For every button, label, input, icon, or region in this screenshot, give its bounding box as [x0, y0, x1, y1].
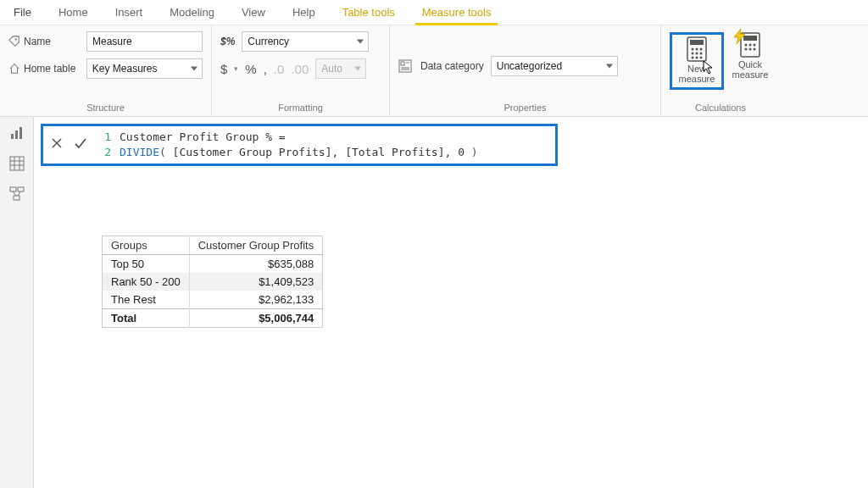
svg-rect-28: [10, 157, 24, 170]
data-category-label: Data category: [420, 60, 484, 72]
formula-line-1: Customer Profit Group % =: [120, 130, 286, 145]
view-switcher: [0, 117, 34, 488]
menu-measure-tools[interactable]: Measure tools: [409, 0, 505, 25]
home-table-combo[interactable]: Key Measures: [86, 58, 203, 79]
tag-icon: [8, 36, 20, 47]
ribbon-group-properties: Data category Uncategorized Properties: [390, 25, 661, 116]
group-label-formatting: Formatting: [220, 101, 381, 116]
decrease-decimal-button[interactable]: .0: [274, 62, 285, 76]
new-measure-button[interactable]: New measure: [674, 36, 720, 86]
home-table-label: Home table: [24, 63, 75, 75]
model-view-icon[interactable]: [9, 186, 25, 202]
percent-button[interactable]: %: [245, 62, 256, 76]
decimals-combo[interactable]: Auto: [315, 58, 366, 79]
svg-rect-34: [18, 187, 24, 191]
svg-point-15: [696, 57, 698, 59]
category-icon: [398, 59, 412, 73]
content-area: 1Customer Profit Group % = 2DIVIDE( [Cus…: [0, 117, 868, 488]
svg-point-23: [749, 48, 752, 51]
data-view-icon[interactable]: [9, 156, 25, 171]
svg-line-37: [18, 191, 20, 196]
quick-measure-button[interactable]: Quick measure: [729, 32, 771, 80]
svg-rect-26: [15, 130, 18, 139]
menu-help[interactable]: Help: [279, 0, 329, 25]
formula-commit-button[interactable]: [70, 133, 91, 153]
group-label-calculations: Calculations: [670, 101, 771, 116]
name-input[interactable]: Measure: [86, 31, 203, 52]
svg-point-12: [696, 53, 698, 55]
svg-point-24: [754, 48, 756, 51]
svg-point-0: [15, 38, 17, 40]
svg-point-14: [692, 57, 694, 59]
menu-file[interactable]: File: [0, 0, 45, 25]
svg-point-9: [696, 48, 698, 51]
data-table-visual[interactable]: Groups Customer Group Profits Top 50 $63…: [102, 236, 323, 328]
column-header-groups[interactable]: Groups: [103, 236, 190, 255]
currency-dropdown[interactable]: $: [220, 62, 227, 76]
data-category-combo[interactable]: Uncategorized: [491, 56, 618, 76]
svg-point-20: [749, 44, 752, 47]
quick-measure-label: Quick measure: [729, 59, 771, 80]
svg-point-10: [700, 48, 703, 51]
svg-rect-25: [11, 134, 14, 139]
menu-bar: File Home Insert Modeling View Help Tabl…: [0, 0, 868, 25]
ribbon-group-structure: Name Measure Home table Key Measures Str…: [0, 25, 212, 116]
formula-editor[interactable]: 1Customer Profit Group % = 2DIVIDE( [Cus…: [96, 130, 552, 160]
table-row[interactable]: Top 50 $635,088: [103, 255, 323, 274]
menu-insert[interactable]: Insert: [102, 0, 157, 25]
svg-rect-27: [19, 127, 22, 139]
svg-rect-2: [401, 62, 404, 65]
table-row[interactable]: Rank 50 - 200 $1,409,523: [103, 273, 323, 291]
menu-modeling[interactable]: Modeling: [156, 0, 228, 25]
svg-point-11: [692, 53, 694, 55]
group-label-structure: Structure: [8, 101, 203, 116]
svg-point-16: [700, 57, 703, 59]
svg-line-36: [13, 191, 16, 196]
svg-point-21: [754, 44, 756, 47]
calculator-icon: [684, 36, 709, 62]
table-total-row[interactable]: Total $5,006,744: [103, 309, 323, 328]
report-canvas[interactable]: 1Customer Profit Group % = 2DIVIDE( [Cus…: [34, 117, 868, 488]
home-icon: [8, 63, 20, 75]
svg-point-22: [745, 48, 748, 51]
quick-calculator-icon: [737, 32, 763, 58]
new-measure-highlight: New measure: [670, 32, 724, 90]
format-combo[interactable]: Currency: [242, 31, 369, 52]
group-label-properties: Properties: [398, 101, 652, 116]
name-label: Name: [24, 36, 51, 47]
format-prefix-icon: $%: [220, 36, 235, 47]
ribbon-group-calculations: New measure Quick measure Calculations: [661, 25, 780, 116]
formula-cancel-button[interactable]: [47, 133, 67, 153]
menu-table-tools[interactable]: Table tools: [329, 0, 409, 25]
svg-rect-7: [690, 40, 704, 45]
svg-rect-33: [10, 187, 16, 191]
column-header-profits[interactable]: Customer Group Profits: [189, 236, 323, 255]
formula-bar: 1Customer Profit Group % = 2DIVIDE( [Cus…: [41, 124, 558, 166]
report-view-icon[interactable]: [9, 125, 25, 141]
ribbon: Name Measure Home table Key Measures Str…: [0, 25, 868, 117]
svg-rect-35: [14, 196, 19, 200]
svg-point-8: [692, 48, 694, 51]
thousands-button[interactable]: ,: [264, 62, 267, 76]
formula-line-2: DIVIDE( [Customer Group Profits], [Total…: [120, 145, 478, 160]
ribbon-group-formatting: $% Currency $ ▾ % , .0 .00 Auto Formatti…: [212, 25, 390, 116]
menu-view[interactable]: View: [228, 0, 279, 25]
svg-point-13: [700, 53, 703, 55]
menu-home[interactable]: Home: [45, 0, 102, 25]
increase-decimal-button[interactable]: .00: [291, 62, 309, 76]
table-row[interactable]: The Rest $2,962,133: [103, 291, 323, 309]
